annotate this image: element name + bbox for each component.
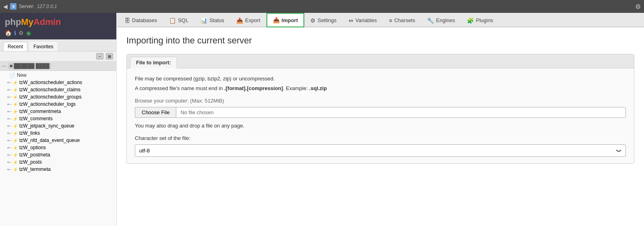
list-item[interactable]: +− ⚡ tzW_jetpack_sync_queue [0,122,116,129]
sidebar: phpMyAdmin 🏠 ℹ ⚙ ◉ Recent Favorites − ⊞ … [0,13,117,226]
plugins-icon: 🧩 [467,17,474,24]
sidebar-logo: phpMyAdmin 🏠 ℹ ⚙ ◉ [0,13,116,39]
collapse-button[interactable]: − [96,53,103,60]
tab-plugins[interactable]: 🧩 Plugins [461,14,499,27]
nav-tabs: 🗄 Databases 📋 SQL 📊 Status 📤 Export 📥 Im… [117,13,644,27]
list-item[interactable]: +− ⚡ tzW_comments [0,115,116,122]
choose-file-button[interactable]: Choose File [135,107,176,118]
gear-button[interactable]: ⚙ [635,3,641,10]
tab-settings-label: Settings [318,17,336,23]
table-name: tzW_nfd_data_event_queue [19,138,80,143]
table-name: tzW_postmeta [19,152,50,158]
db-name[interactable]: ■ ██████ ████ [8,63,51,69]
logo: phpMyAdmin [5,17,111,27]
main-layout: phpMyAdmin 🏠 ℹ ⚙ ◉ Recent Favorites − ⊞ … [0,13,644,226]
home-icon[interactable]: 🏠 [5,30,12,36]
table-icon: ⚡ [13,95,18,99]
drag-drop-text: You may also drag and drop a file on any… [135,123,626,129]
back-button[interactable]: ◀ [3,3,8,10]
list-item[interactable]: +− ⚡ tzW_actionscheduler_groups [0,93,116,101]
table-name: tzW_termmeta [19,166,51,172]
tab-charsets-label: Charsets [394,17,415,23]
tab-recent[interactable]: Recent [3,42,27,51]
tab-sql-label: SQL [178,17,188,23]
settings-icon[interactable]: ⚙ [19,30,24,36]
databases-icon: 🗄 [124,17,130,24]
table-name: tzW_actionscheduler_logs [19,101,76,107]
server-label: Server: [19,4,35,9]
toggle-icon: +− [6,124,12,128]
list-item[interactable]: +− ⚡ tzW_links [0,129,116,137]
tab-variables[interactable]: ⇔ Variables [343,14,383,27]
db-toggle[interactable]: −○ [2,64,6,68]
section-header: File to import: [130,57,177,68]
browse-label: Browse your computer: (Max: 512MiB) [135,98,626,104]
table-name: tzW_posts [19,159,42,165]
list-item[interactable]: +− ⚡ tzW_commentmeta [0,108,116,115]
sidebar-db-bar: −○ ■ ██████ ████ [0,62,116,71]
logo-my: My [21,17,33,27]
charset-select[interactable]: utf-8 utf-16 latin1 ascii [135,144,626,157]
table-icon: ⚡ [13,88,18,92]
charsets-icon: ≡ [389,17,392,24]
server-name: 127.0.0.1 [37,4,57,9]
new-item[interactable]: 📄 New [0,72,116,79]
tab-import[interactable]: 📥 Import [266,13,304,27]
info-text-2: A compressed file's name must end in .[f… [135,84,626,92]
list-item[interactable]: +− ⚡ tzW_actionscheduler_actions [0,79,116,86]
table-icon: ⚡ [13,167,18,172]
new-icon: 📄 [10,73,15,78]
logo-icons: 🏠 ℹ ⚙ ◉ [5,29,111,37]
list-item[interactable]: +− ⚡ tzW_postmeta [0,151,116,158]
file-name-display: No file chosen [176,107,626,118]
engines-icon: 🔧 [427,17,434,24]
list-item[interactable]: +− ⚡ tzW_posts [0,158,116,166]
table-icon: ⚡ [13,146,18,150]
section-body: File may be compressed (gzip, bzip2, zip… [127,68,634,163]
table-icon: ⚡ [13,153,18,157]
list-item[interactable]: +− ⚡ tzW_nfd_data_event_queue [0,137,116,144]
tab-engines[interactable]: 🔧 Engines [421,14,461,27]
table-name: tzW_jetpack_sync_queue [19,123,74,129]
tab-favorites[interactable]: Favorites [29,42,58,51]
table-name: tzW_actionscheduler_claims [19,87,80,92]
toggle-icon: +− [6,109,12,114]
info-icon[interactable]: ℹ [14,30,16,36]
tab-charsets[interactable]: ≡ Charsets [383,14,421,27]
list-item[interactable]: +− ⚡ tzW_termmeta [0,166,116,173]
toggle-icon: +− [6,138,12,143]
tab-status[interactable]: 📊 Status [194,14,230,27]
browse-max: (Max: 512MiB) [190,98,224,104]
tab-export[interactable]: 📤 Export [230,14,266,27]
table-icon: ⚡ [13,102,18,107]
table-icon: ⚡ [13,138,18,143]
tab-engines-label: Engines [436,17,455,23]
sidebar-controls: − ⊞ [0,51,116,62]
browse-label-text: Browse your computer: [135,98,189,104]
page-content: Importing into the current server File t… [117,27,644,226]
list-item[interactable]: +− ⚡ tzW_options [0,144,116,151]
expand-button[interactable]: ⊞ [106,53,113,60]
table-icon: ⚡ [13,117,18,121]
table-name: tzW_commentmeta [19,109,61,114]
tab-settings[interactable]: ⚙ Settings [304,14,343,27]
list-item[interactable]: +− ⚡ tzW_actionscheduler_logs [0,101,116,108]
tab-variables-label: Variables [355,17,377,23]
table-name: tzW_actionscheduler_groups [19,94,82,100]
new-label: New [17,72,27,78]
table-name: tzW_comments [19,116,53,121]
toggle-icon: +− [6,167,12,172]
toggle-icon: +− [6,88,12,92]
tab-databases-label: Databases [132,17,157,23]
content-area: 🗄 Databases 📋 SQL 📊 Status 📤 Export 📥 Im… [117,13,644,226]
table-icon: ⚡ [13,124,18,128]
tab-import-label: Import [282,17,298,23]
tab-sql[interactable]: 📋 SQL [163,14,194,27]
import-icon: 📥 [273,17,280,23]
theme-icon[interactable]: ◉ [26,30,31,36]
list-item[interactable]: +− ⚡ tzW_actionscheduler_claims [0,86,116,93]
toggle-icon: +− [6,117,12,121]
tab-databases[interactable]: 🗄 Databases [118,14,163,27]
toggle-icon: +− [6,80,12,85]
table-icon: ⚡ [13,109,18,114]
